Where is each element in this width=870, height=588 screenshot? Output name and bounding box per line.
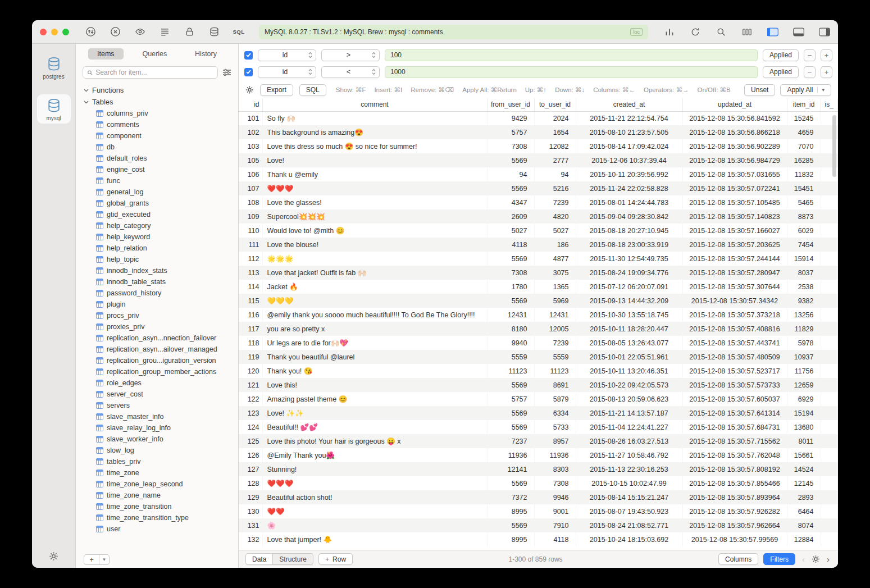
cell-created-at[interactable]: 2015-08-24 19:09:34.776: [576, 266, 682, 280]
cell-created-at[interactable]: 2015-08-05 13:26:43.077: [576, 336, 682, 350]
cell-updated-at[interactable]: 2015-12-08 15:30:56.841592: [682, 111, 787, 125]
remove-filter-button[interactable]: −: [804, 66, 816, 78]
cell-created-at[interactable]: 2015-10-11 20:39:56.992: [576, 167, 682, 181]
cell-comment[interactable]: Thank you beautiful @laurel: [262, 350, 487, 364]
cell-updated-at[interactable]: 2015-12-08 15:30:57.166027: [682, 224, 787, 238]
refresh-icon[interactable]: [690, 26, 701, 38]
disconnect-icon[interactable]: [110, 26, 121, 38]
cell-comment[interactable]: Love!: [262, 153, 487, 167]
filter-sliders-icon[interactable]: [222, 69, 231, 76]
cell-item-id[interactable]: 10937: [787, 350, 821, 364]
tree-section-functions[interactable]: Functions: [76, 84, 238, 96]
cell-from-user-id[interactable]: 12141: [487, 462, 534, 476]
cell-id[interactable]: 101: [239, 111, 262, 125]
cell-id[interactable]: 106: [239, 167, 262, 181]
cell-is[interactable]: [821, 252, 838, 266]
connection-item[interactable]: mysql: [37, 94, 71, 124]
cell-created-at[interactable]: 2015-08-14 17:09:42.024: [576, 139, 682, 153]
cell-item-id[interactable]: 14524: [787, 462, 821, 476]
cell-updated-at[interactable]: 2015-12-08 15:30:57.408816: [682, 322, 787, 336]
log-list-icon[interactable]: [159, 26, 170, 38]
cell-is[interactable]: [821, 518, 838, 532]
cell-id[interactable]: 116: [239, 308, 262, 322]
add-filter-button[interactable]: +: [821, 66, 832, 78]
cell-id[interactable]: 127: [239, 462, 262, 476]
cell-to-user-id[interactable]: 7910: [534, 518, 576, 532]
search-icon[interactable]: [716, 26, 727, 38]
table-tree-item[interactable]: time_zone: [76, 467, 238, 478]
cell-updated-at[interactable]: 2015-12-08 15:30:57.443741: [682, 336, 787, 350]
cell-item-id[interactable]: 8011: [787, 434, 821, 448]
cell-from-user-id[interactable]: 94: [487, 167, 534, 181]
column-header-to-user-id[interactable]: to_user_id: [534, 98, 576, 111]
cell-id[interactable]: 108: [239, 195, 262, 209]
cell-from-user-id[interactable]: 11123: [487, 364, 534, 378]
table-tree-item[interactable]: general_log: [76, 186, 238, 198]
cell-comment[interactable]: Love this photo! Your hair is gorgeous 😛…: [262, 434, 487, 448]
tree-section-tables[interactable]: Tables: [76, 96, 238, 108]
cell-created-at[interactable]: 2015-11-24 22:02:58.828: [576, 181, 682, 195]
cell-item-id[interactable]: 11832: [787, 167, 821, 181]
cell-comment[interactable]: Supercool💥💥💥: [262, 209, 487, 224]
toggle-left-sidebar-icon[interactable]: [767, 26, 778, 38]
cell-is[interactable]: [821, 209, 838, 224]
cell-updated-at[interactable]: 2015-12-08 15:30:57.307644: [682, 280, 787, 294]
cell-comment[interactable]: Stunning!: [262, 462, 487, 476]
filter-applied-button[interactable]: Applied: [763, 49, 799, 61]
cell-comment[interactable]: Beautiful action shot!: [262, 490, 487, 504]
cell-created-at[interactable]: 2015-10-24 18:15:03.692: [576, 532, 682, 546]
cell-comment[interactable]: Beautiful!! 💕💕: [262, 420, 487, 434]
cell-is[interactable]: [821, 308, 838, 322]
cell-from-user-id[interactable]: 7372: [487, 490, 534, 504]
connection-item[interactable]: postgres: [37, 53, 71, 82]
cell-updated-at[interactable]: 2015-12-08 15:30:57.140823: [682, 209, 787, 224]
cell-updated-at[interactable]: 2015-12-08 15:30:57.34342: [682, 294, 787, 308]
cell-to-user-id[interactable]: 11123: [534, 364, 576, 378]
cell-comment[interactable]: Love this!: [262, 378, 487, 392]
table-tree-item[interactable]: proxies_priv: [76, 321, 238, 332]
cell-to-user-id[interactable]: 7308: [534, 476, 576, 490]
unset-button[interactable]: Unset: [744, 84, 775, 96]
cell-from-user-id[interactable]: 5757: [487, 392, 534, 406]
cell-to-user-id[interactable]: 12431: [534, 308, 576, 322]
filter-value-input[interactable]: 100: [385, 49, 758, 61]
cell-from-user-id[interactable]: 5569: [487, 294, 534, 308]
table-tree-item[interactable]: func: [76, 175, 238, 186]
cell-to-user-id[interactable]: 6334: [534, 406, 576, 420]
cell-is[interactable]: [821, 181, 838, 195]
cell-to-user-id[interactable]: 186: [534, 238, 576, 252]
cell-updated-at[interactable]: 2015-12-08 15:30:57.715562: [682, 434, 787, 448]
minimize-window-button[interactable]: [51, 29, 58, 35]
cell-updated-at[interactable]: 2015-12-08 15:30:57.105485: [682, 195, 787, 209]
cell-item-id[interactable]: 8873: [787, 209, 821, 224]
cell-created-at[interactable]: 2015-08-18 20:27:10.945: [576, 224, 682, 238]
cell-to-user-id[interactable]: 8691: [534, 378, 576, 392]
cell-item-id[interactable]: 15451: [787, 181, 821, 195]
page-prev-icon[interactable]: ‹: [800, 554, 807, 564]
cell-id[interactable]: 122: [239, 392, 262, 406]
cell-item-id[interactable]: 7070: [787, 139, 821, 153]
cell-updated-at[interactable]: 2015-12-08 15:30:56.866218: [682, 125, 787, 139]
filter-settings-gear-icon[interactable]: [245, 85, 254, 94]
table-tree-item[interactable]: tables_priv: [76, 456, 238, 467]
sql-editor-icon[interactable]: SQL: [233, 26, 244, 38]
table-tree-item[interactable]: time_zone_name: [76, 490, 238, 501]
cell-to-user-id[interactable]: 12005: [534, 322, 576, 336]
cell-is[interactable]: [821, 532, 838, 546]
vertical-scrollbar[interactable]: [832, 115, 836, 177]
cell-id[interactable]: 126: [239, 448, 262, 462]
eye-icon[interactable]: [134, 26, 145, 38]
cell-id[interactable]: 114: [239, 280, 262, 294]
cell-from-user-id[interactable]: 5569: [487, 153, 534, 167]
cell-from-user-id[interactable]: 5569: [487, 406, 534, 420]
cell-comment[interactable]: Ur legs are to die for🙌🏻💖: [262, 336, 487, 350]
cell-updated-at[interactable]: 2015-12-08 15:30:57.962664: [682, 518, 787, 532]
cell-id[interactable]: 115: [239, 294, 262, 308]
table-tree-item[interactable]: help_topic: [76, 254, 238, 265]
table-tree-item[interactable]: columns_priv: [76, 108, 238, 119]
add-row-button[interactable]: + Row: [318, 553, 353, 565]
cell-to-user-id[interactable]: 8957: [534, 434, 576, 448]
cell-comment[interactable]: Love that jacket! Outfit is fab 🙌🏻: [262, 266, 487, 280]
cell-item-id[interactable]: 15661: [787, 448, 821, 462]
table-tree-item[interactable]: role_edges: [76, 377, 238, 389]
